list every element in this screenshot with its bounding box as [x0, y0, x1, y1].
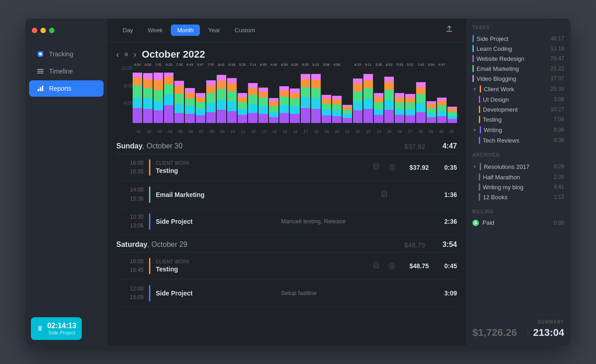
- task-item[interactable]: Side Project 48:17: [472, 34, 564, 44]
- tab-year[interactable]: Year: [202, 25, 226, 36]
- task-item[interactable]: Email Marketing 21:22: [472, 64, 564, 74]
- bar-group-26[interactable]: 5:33: [395, 69, 404, 123]
- task-sub-item[interactable]: Development 10:27: [472, 104, 564, 114]
- tab-week[interactable]: Week: [141, 25, 169, 36]
- bar-group-05[interactable]: 7:26: [174, 69, 184, 123]
- chevron-down-icon: ▼: [472, 87, 477, 92]
- task-sub-name: UI Design: [483, 96, 551, 103]
- billing-item[interactable]: $ Paid 0:00: [472, 218, 564, 227]
- bar-segment: [353, 91, 363, 101]
- sidebar-item-tracking[interactable]: Tracking: [29, 46, 104, 62]
- bar-group-20[interactable]: 4:58: [332, 69, 342, 123]
- bar-segment: [405, 109, 415, 115]
- bar-segment: [217, 81, 226, 89]
- bar-group-10[interactable]: 8:18: [227, 69, 237, 123]
- bar-group-31[interactable]: [447, 69, 457, 123]
- right-panel: TASKS Side Project 48:17 Learn Coding 11…: [466, 19, 571, 345]
- entry-row[interactable]: 12:0015:09 Side Project Setup fastline 3…: [116, 280, 457, 307]
- bar-group-24[interactable]: 5:35: [374, 69, 383, 123]
- x-label-03: 03: [154, 129, 165, 134]
- bar-segment: [133, 108, 142, 123]
- bar-group-15[interactable]: 6:59: [279, 69, 289, 123]
- bar-group-12[interactable]: 7:14: [248, 69, 258, 123]
- next-month-button[interactable]: ›: [134, 50, 136, 59]
- bar-group-08[interactable]: 7:57: [206, 69, 216, 123]
- bar-segment: [269, 106, 278, 112]
- svg-rect-6: [40, 87, 41, 91]
- share-button[interactable]: [442, 23, 457, 37]
- bar-group-11[interactable]: 5:25: [238, 69, 247, 123]
- today-indicator[interactable]: [124, 53, 128, 56]
- bar-group-03[interactable]: 7:51: [154, 69, 163, 123]
- task-sub-item[interactable]: Tech Reviews 9:36: [472, 135, 564, 145]
- bar-group-23[interactable]: 9:11: [363, 69, 373, 123]
- day-title: Saturday, October 29: [116, 241, 404, 249]
- archived-group-header[interactable]: ▼ Resolutions 2017 8:28: [472, 161, 564, 172]
- x-label-23: 23: [363, 129, 373, 134]
- traffic-light-yellow[interactable]: [40, 28, 46, 33]
- task-group-color: [480, 85, 481, 93]
- entry-time: 16:0016:45: [116, 257, 144, 275]
- timer-button[interactable]: ⏸ 02:14:13 Side Project: [31, 317, 82, 340]
- bar-segment: [437, 111, 447, 116]
- task-group-header[interactable]: ▼ Writing 9:36: [472, 124, 564, 135]
- bar-group-02[interactable]: 8:00: [143, 69, 153, 123]
- traffic-light-green[interactable]: [49, 28, 55, 33]
- bar-segment: [437, 98, 447, 101]
- bar-group-17[interactable]: 9:25: [301, 69, 310, 123]
- sidebar-nav: Tracking Timeline: [25, 42, 107, 100]
- task-group-header[interactable]: ▼ Client Work 20:39: [472, 84, 564, 94]
- task-group-name: Client Work: [484, 86, 548, 93]
- bar-group-14[interactable]: 4:46: [269, 69, 278, 123]
- archived-sub-item[interactable]: 12 Books 1:12: [472, 192, 564, 202]
- bar-group-04[interactable]: 9:23: [164, 69, 174, 123]
- tab-custom[interactable]: Custom: [228, 25, 262, 36]
- bar-segment: [363, 88, 373, 99]
- bar-segment: [374, 97, 383, 102]
- bar-segment: [217, 89, 226, 100]
- summary-label: SUMMARY: [472, 320, 564, 325]
- bar-group-07[interactable]: 5:47: [196, 69, 205, 123]
- bar-segment: [227, 78, 237, 83]
- sidebar-item-reports[interactable]: Reports: [29, 80, 104, 97]
- bar-segment: [343, 118, 352, 123]
- bar-group-25[interactable]: 8:52: [384, 69, 394, 123]
- task-item[interactable]: Website Redesign 75:47: [472, 54, 564, 64]
- bar-group-13[interactable]: 6:45: [258, 69, 268, 123]
- sidebar-item-timeline[interactable]: Timeline: [29, 63, 104, 79]
- task-sub-item[interactable]: UI Design 3:08: [472, 94, 564, 104]
- task-item[interactable]: Video Blogging 17:37: [472, 74, 564, 84]
- bar-segment: [290, 98, 299, 106]
- bar-group-27[interactable]: 5:27: [405, 69, 415, 123]
- bar-group-18[interactable]: 9:15: [311, 69, 321, 123]
- task-sub-color: [479, 116, 480, 123]
- bar-group-16[interactable]: 6:20: [290, 69, 299, 123]
- prev-month-button[interactable]: ‹: [116, 50, 119, 59]
- bar-group-29[interactable]: 3:54: [427, 69, 436, 123]
- bar-group-01[interactable]: 8:00: [133, 69, 142, 123]
- bar-group-30[interactable]: 4:47: [437, 69, 447, 123]
- bar-group-06[interactable]: 6:49: [185, 69, 194, 123]
- bar-group-28[interactable]: 7:43: [416, 69, 426, 123]
- bar-segment: [269, 98, 278, 101]
- tab-month[interactable]: Month: [171, 25, 200, 36]
- entry-row[interactable]: 16:0016:35 CLIENT WORK Testing $$37.92 0…: [116, 154, 457, 181]
- bar-group-19[interactable]: 5:08: [322, 69, 331, 123]
- file-icon: [372, 261, 380, 271]
- bar-segment: [238, 102, 247, 109]
- traffic-light-red[interactable]: [32, 28, 37, 33]
- bar-group-22[interactable]: 8:19: [353, 69, 363, 123]
- bar-group-21[interactable]: [343, 69, 352, 123]
- entry-row[interactable]: 14:0015:36 Email Marketing 1:36: [116, 181, 457, 208]
- entry-row[interactable]: 16:0016:45 CLIENT WORK Testing $$48.75 0…: [116, 253, 457, 280]
- billing-icon: $: [389, 164, 395, 171]
- entry-row[interactable]: 10:3013:06 Side Project Manuell testing,…: [116, 208, 457, 235]
- task-item[interactable]: Learn Coding 11:18: [472, 44, 564, 54]
- x-label-04: 04: [165, 129, 175, 134]
- archived-sub-item[interactable]: Writing my blog 4:41: [472, 182, 564, 192]
- archived-sub-item[interactable]: Half Marathon 2:35: [472, 172, 564, 182]
- bar-group-09[interactable]: 8:41: [217, 69, 226, 123]
- task-sub-item[interactable]: Testing 7:04: [472, 114, 564, 124]
- x-label-06: 06: [186, 129, 196, 134]
- tab-day[interactable]: Day: [116, 25, 139, 36]
